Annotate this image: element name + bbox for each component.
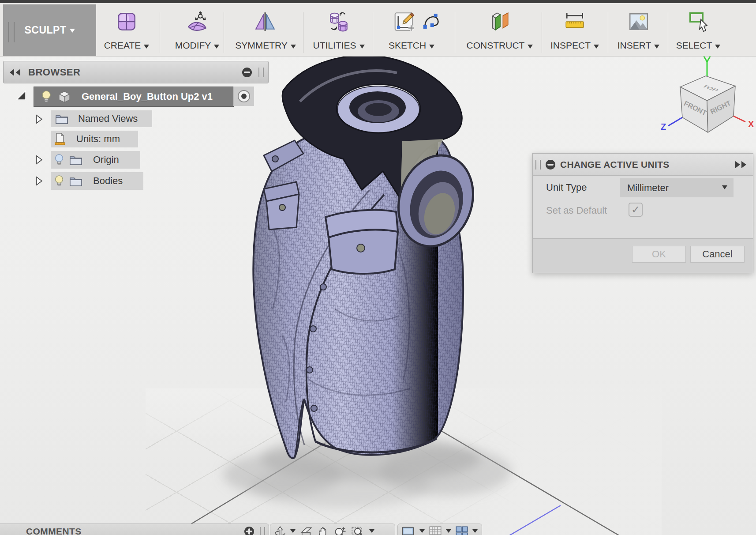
group-label: SKETCH [389,40,426,50]
toolbar-separator [224,12,224,53]
chevron-down-icon [291,45,296,51]
browser-header[interactable]: BROWSER [3,61,269,83]
toolbar-group-modify[interactable]: MODIFY [168,4,226,56]
tree-item-named-views[interactable]: Named Views [51,110,152,127]
tree-item-origin[interactable]: Origin [51,151,140,169]
chevron-down-icon[interactable] [290,529,296,535]
ok-button[interactable]: OK [632,246,686,263]
dialog-expand-double-arrow-icon[interactable] [734,160,749,169]
toolbar-separator [455,12,455,53]
group-label: SYMMETRY [235,40,288,50]
modify-surface-icon [186,11,208,33]
browser-root-item[interactable]: General_Boy_Button Up2 v1 [34,87,234,107]
group-label: CONSTRUCT [467,40,525,50]
expander-collapsed-icon[interactable] [35,176,43,186]
component-cube-icon [58,90,71,103]
tree-item-units[interactable]: Units: mm [51,131,138,147]
lightbulb-off-icon[interactable] [54,153,64,166]
sketch-spline-icon [421,11,441,33]
expander-expanded-icon[interactable] [16,90,26,101]
toolbar-group-select[interactable]: SELECT [672,4,725,56]
tree-item-label: Named Views [78,113,138,124]
dialog-title: CHANGE ACTIVE UNITS [560,159,670,170]
construct-plane-icon [489,11,511,33]
tree-item-label: Bodies [93,175,123,187]
chevron-down-icon[interactable] [446,529,451,535]
lightbulb-on-icon[interactable] [41,90,52,103]
toolbar-group-symmetry[interactable]: SYMMETRY [232,4,299,56]
chevron-down-icon [715,45,720,51]
dialog-collapse-circle-icon[interactable] [545,159,556,170]
group-label: CREATE [104,40,141,50]
group-label: INSPECT [550,40,591,50]
unit-type-dropdown[interactable]: Millimeter [620,178,734,197]
units-document-icon [54,132,66,146]
toolbar-separator [160,12,160,53]
set-default-label: Set as Default [546,205,607,216]
zoom-window-icon[interactable] [351,526,365,535]
dialog-grip[interactable] [535,160,541,170]
toolbar-group-utilities[interactable]: UTILITIES [308,4,370,56]
chevron-down-icon [70,29,75,35]
add-comment-icon[interactable] [244,526,254,535]
chevron-down-icon [722,185,727,192]
comments-bar[interactable]: COMMENTS [0,524,269,535]
svg-text:X: X [748,119,754,129]
utilities-convert-icon [328,11,350,33]
tree-item-label: Origin [93,154,119,166]
look-at-icon[interactable] [299,526,313,535]
sketch-pad-icon [393,11,415,33]
workspace-mode-label: SCULPT [25,24,67,36]
grid-settings-icon[interactable] [429,526,442,535]
group-label: MODIFY [175,40,211,50]
toolbar-grip[interactable] [8,22,15,42]
x-axis [734,116,745,122]
toolbar-group-insert[interactable]: INSERT [613,4,664,56]
insert-image-icon [628,11,650,33]
panel-grip[interactable] [260,527,265,535]
set-default-checkbox[interactable]: ✓ [629,203,643,217]
chevron-down-icon [654,45,659,51]
toolbar-group-sketch[interactable]: SKETCH [378,4,445,56]
toolbar-group-inspect[interactable]: INSPECT [548,4,601,56]
comments-label: COMMENTS [26,526,244,535]
folder-icon [55,113,68,124]
folder-icon [69,154,82,166]
chevron-down-icon[interactable] [419,529,425,535]
chevron-down-icon[interactable] [369,529,374,535]
tree-item-label: Units: mm [76,133,120,145]
unit-type-label: Unit Type [546,182,587,193]
lightbulb-on-icon[interactable] [54,174,64,188]
group-label: UTILITIES [313,40,356,50]
toolbar-separator [608,12,608,53]
cancel-button[interactable]: Cancel [690,246,745,263]
workspace-mode-button[interactable]: SCULPT [3,4,96,56]
svg-text:Y: Y [704,60,704,61]
dialog-titlebar[interactable]: CHANGE ACTIVE UNITS [533,154,753,176]
toolbar-separator [542,12,542,53]
zoom-icon[interactable] [334,526,347,535]
chevron-down-icon [214,45,219,51]
orbit-icon[interactable] [274,526,286,535]
toolbar-group-create[interactable]: CREATE [98,4,155,56]
display-settings-icon[interactable] [401,526,415,535]
chevron-down-icon [594,45,599,51]
tree-item-bodies[interactable]: Bodies [51,172,143,190]
pan-hand-icon[interactable] [317,526,330,535]
chevron-down-icon[interactable] [472,529,478,535]
panel-grip[interactable] [258,68,264,77]
toolbar-group-construct[interactable]: CONSTRUCT [464,4,535,56]
toolbar-separator [668,12,668,53]
folder-icon [69,175,82,187]
browser-title: BROWSER [28,67,80,78]
activate-component-chip[interactable] [233,87,254,106]
chevron-down-icon [429,45,434,51]
group-label: INSERT [618,40,651,50]
activate-radio-icon[interactable] [237,90,251,103]
viewports-icon[interactable] [455,526,468,535]
toolbar-separator [303,12,303,53]
expander-collapsed-icon[interactable] [35,114,43,124]
display-settings-circle-icon[interactable] [242,67,252,78]
collapse-panel-icon[interactable] [9,68,22,77]
expander-collapsed-icon[interactable] [35,155,43,165]
